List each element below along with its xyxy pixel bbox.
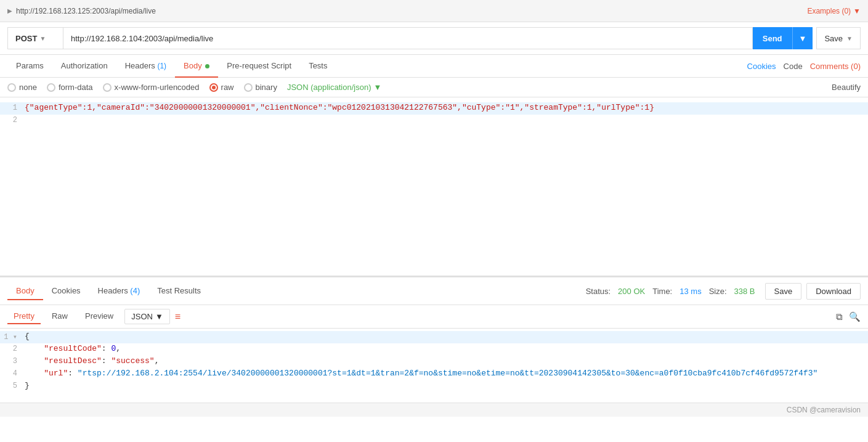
size-label: Size:: [709, 287, 727, 296]
comments-link[interactable]: Comments (0): [810, 62, 861, 71]
resp-tab-test-results[interactable]: Test Results: [148, 282, 209, 300]
url-input[interactable]: [63, 27, 753, 49]
radio-none-dot: [7, 83, 16, 92]
json-type-chevron-icon: ▼: [373, 83, 381, 92]
method-chevron-icon: ▼: [39, 35, 46, 42]
save-chevron-icon: ▼: [846, 35, 853, 42]
response-download-button[interactable]: Download: [806, 283, 861, 300]
search-icon[interactable]: 🔍: [849, 311, 861, 322]
request-body-editor[interactable]: 1 {"agentType":1,"cameraId":"34020000001…: [0, 97, 868, 276]
method-label: POST: [15, 34, 37, 43]
tab-params[interactable]: Params: [7, 55, 52, 78]
format-tab-pretty[interactable]: Pretty: [7, 309, 41, 324]
request-tabs-right: Cookies Code Comments (0): [747, 62, 861, 71]
body-type-binary[interactable]: binary: [244, 83, 277, 92]
request-tabs-left: Params Authorization Headers (1) Body Pr…: [7, 55, 336, 77]
format-tab-preview[interactable]: Preview: [79, 309, 120, 324]
json-type-label: JSON (application/json): [287, 83, 371, 92]
beautify-button[interactable]: Beautify: [832, 83, 861, 92]
tab-headers[interactable]: Headers (1): [116, 55, 175, 78]
url-bar: POST ▼ Send ▼ Save ▼: [0, 22, 868, 55]
line-number-1: 1: [0, 103, 25, 112]
resp-line-content-2: "resultCode": 0,: [25, 344, 121, 353]
code-link[interactable]: Code: [784, 62, 803, 71]
method-selector[interactable]: POST ▼: [7, 27, 63, 49]
response-header: Body Cookies Headers (4) Test Results St…: [0, 276, 868, 305]
time-label: Time:: [652, 287, 672, 296]
resp-line-num-5: 5: [0, 381, 25, 390]
send-group: Send ▼: [753, 27, 813, 49]
tab-body[interactable]: Body: [175, 55, 218, 78]
radio-raw-dot: [209, 83, 218, 92]
resp-line-5: 5 }: [0, 380, 868, 393]
response-format-bar: Pretty Raw Preview JSON ▼ ≡ ⧉ 🔍: [0, 305, 868, 329]
resp-tab-cookies[interactable]: Cookies: [43, 282, 89, 300]
request-tabs-bar: Params Authorization Headers (1) Body Pr…: [0, 55, 868, 78]
copy-icon[interactable]: ⧉: [836, 311, 843, 322]
response-body-viewer: 1 ▾ { 2 "resultCode": 0, 3 "resultDesc":…: [0, 329, 868, 403]
resp-format-right: ⧉ 🔍: [836, 311, 861, 322]
line-number-2: 2: [0, 115, 25, 125]
body-type-urlencoded[interactable]: x-www-form-urlencoded: [103, 83, 200, 92]
resp-line-content-5: }: [25, 381, 30, 390]
tab-authorization[interactable]: Authorization: [52, 55, 116, 78]
resp-line-num-1: 1 ▾: [0, 332, 25, 342]
json-type-dropdown[interactable]: JSON (application/json) ▼: [287, 83, 381, 92]
response-tabs: Body Cookies Headers (4) Test Results: [7, 282, 209, 300]
resp-tab-body[interactable]: Body: [7, 282, 43, 300]
examples-link[interactable]: Examples (0) ▼: [807, 7, 861, 15]
top-bar: ▶ http://192.168.123.125:2003/api/media/…: [0, 0, 868, 22]
radio-binary-dot: [244, 83, 253, 92]
resp-line-content-4: "url": "rtsp://192.168.2.104:2554/live/3…: [25, 369, 817, 378]
response-meta: Status: 200 OK Time: 13 ms Size: 338 B: [586, 287, 755, 296]
radio-formdata-dot: [47, 83, 55, 92]
resp-line-num-2: 2: [0, 344, 25, 353]
format-dropdown-label: JSON: [131, 312, 153, 321]
resp-line-num-3: 3: [0, 356, 25, 366]
response-save-button[interactable]: Save: [765, 283, 802, 300]
status-label: Status:: [586, 287, 610, 296]
tab-prerequest[interactable]: Pre-request Script: [218, 55, 300, 78]
resp-line-4: 4 "url": "rtsp://192.168.2.104:2554/live…: [0, 368, 868, 380]
radio-urlencoded-dot: [103, 83, 112, 92]
line-content-1: {"agentType":1,"cameraId":"3402000000132…: [25, 103, 868, 112]
time-value: 13 ms: [679, 287, 701, 296]
top-bar-url-text: http://192.168.123.125:2003/api/media/li…: [16, 7, 156, 15]
expand-arrow[interactable]: ▶: [7, 7, 12, 14]
body-type-none[interactable]: none: [7, 83, 37, 92]
code-line-1: 1 {"agentType":1,"cameraId":"34020000001…: [0, 102, 868, 115]
cookies-link[interactable]: Cookies: [747, 62, 776, 71]
save-button[interactable]: Save ▼: [816, 27, 861, 49]
code-line-2: 2: [0, 115, 868, 127]
tab-tests[interactable]: Tests: [300, 55, 336, 78]
format-dropdown-chevron-icon: ▼: [155, 312, 163, 321]
format-dropdown[interactable]: JSON ▼: [124, 309, 170, 324]
wrap-icon[interactable]: ≡: [175, 311, 180, 322]
resp-line-1: 1 ▾ {: [0, 331, 868, 343]
status-value: 200 OK: [618, 287, 645, 296]
resp-line-3: 3 "resultDesc": "success",: [0, 356, 868, 368]
body-type-formdata[interactable]: form-data: [47, 83, 93, 92]
footer-text: CSDN @cameravision: [787, 406, 861, 414]
size-value: 338 B: [734, 287, 755, 296]
resp-line-2: 2 "resultCode": 0,: [0, 343, 868, 356]
body-type-bar: none form-data x-www-form-urlencoded raw…: [0, 78, 868, 97]
send-dropdown-button[interactable]: ▼: [793, 27, 813, 49]
format-tab-raw[interactable]: Raw: [46, 309, 74, 324]
send-button[interactable]: Send: [753, 27, 793, 49]
body-type-raw[interactable]: raw: [209, 83, 234, 92]
request-url-display: ▶ http://192.168.123.125:2003/api/media/…: [7, 7, 156, 15]
resp-line-num-4: 4: [0, 369, 25, 378]
footer: CSDN @cameravision: [0, 403, 868, 417]
resp-tab-headers[interactable]: Headers (4): [89, 282, 149, 300]
resp-line-content-3: "resultDesc": "success",: [25, 356, 159, 366]
resp-line-content-1: {: [25, 332, 30, 341]
response-actions: Save Download: [765, 283, 861, 300]
